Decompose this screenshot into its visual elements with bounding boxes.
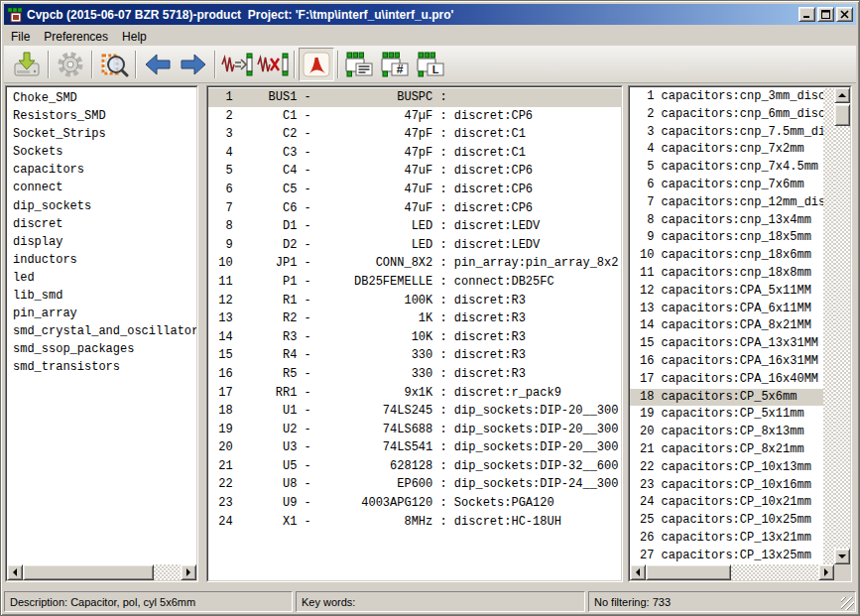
component-row[interactable]: 20 U3 - 74LS541 : dip_sockets:DIP-20__30… bbox=[208, 438, 621, 457]
component-row[interactable]: 14 R3 - 10K : discret:R3 bbox=[208, 328, 621, 347]
library-item[interactable]: lib_smd bbox=[7, 287, 196, 305]
component-row[interactable]: 18 U1 - 74LS245 : dip_sockets:DIP-20__30… bbox=[208, 402, 621, 421]
next-component-button[interactable] bbox=[176, 48, 211, 81]
menu-help[interactable]: Help bbox=[115, 28, 154, 46]
filter-keywords-button[interactable] bbox=[342, 48, 378, 81]
footprint-row[interactable]: 26 capacitors:CP_13x21mm bbox=[630, 530, 823, 548]
component-row[interactable]: 17 RR1 - 9x1K : discret:r_pack9 bbox=[208, 384, 621, 403]
toolbar-separator bbox=[48, 51, 50, 78]
scrollbar-thumb[interactable] bbox=[834, 104, 850, 126]
footprint-row[interactable]: 25 capacitors:CP_10x25mm bbox=[630, 512, 823, 530]
component-row[interactable]: 21 U5 - 628128 : dip_sockets:DIP-32__600 bbox=[208, 457, 621, 476]
component-row[interactable]: 12 R1 - 100K : discret:R3 bbox=[208, 292, 621, 310]
library-item[interactable]: dip_sockets bbox=[7, 197, 196, 215]
component-row[interactable]: 2 C1 - 47µF : discret:CP6 bbox=[208, 107, 621, 126]
previous-component-button[interactable] bbox=[140, 48, 176, 81]
footprint-row[interactable]: 21 capacitors:CP_8x21mm bbox=[630, 441, 823, 459]
footprint-row[interactable]: 10 capacitors:cnp_18x6mm bbox=[630, 247, 823, 265]
filter-pincount-button[interactable]: # bbox=[378, 48, 414, 81]
component-row[interactable]: 16 R5 - 330 : discret:R3 bbox=[208, 365, 621, 384]
scrollbar-thumb[interactable] bbox=[23, 564, 154, 580]
library-item[interactable]: smd_transistors bbox=[7, 358, 196, 376]
footprint-row[interactable]: 18 capacitors:CP_5x6mm bbox=[630, 389, 823, 407]
library-item[interactable]: Sockets bbox=[7, 143, 196, 161]
scrollbar-thumb[interactable] bbox=[646, 564, 731, 580]
component-row[interactable]: 22 U8 - EP600 : dip_sockets:DIP-24__300 bbox=[208, 475, 621, 494]
scroll-right-button[interactable] bbox=[818, 564, 834, 580]
footprint-row[interactable]: 12 capacitors:CPA_5x11MM bbox=[630, 283, 823, 301]
footprint-row[interactable]: 9 capacitors:cnp_18x5mm bbox=[630, 229, 823, 247]
component-row[interactable]: 23 U9 - 4003APG120 : Sockets:PGA120 bbox=[208, 494, 621, 513]
footprint-row[interactable]: 5 capacitors:cnp_7x4.5mm bbox=[630, 159, 823, 177]
scrollbar-track[interactable] bbox=[731, 564, 818, 580]
footprint-row[interactable]: 22 capacitors:CP_10x13mm bbox=[630, 459, 823, 477]
scrollbar-track[interactable] bbox=[154, 564, 181, 580]
component-row[interactable]: 5 C4 - 47uF : discret:CP6 bbox=[208, 162, 621, 181]
library-item[interactable]: Socket_Strips bbox=[7, 125, 196, 143]
library-item[interactable]: inductors bbox=[7, 251, 196, 269]
footprint-row[interactable]: 27 capacitors:CP_13x25mm bbox=[630, 548, 823, 564]
footprint-row[interactable]: 16 capacitors:CPA_16x31MM bbox=[630, 353, 823, 371]
scroll-down-button[interactable] bbox=[834, 549, 850, 564]
library-hscrollbar bbox=[7, 564, 196, 580]
library-item[interactable]: display bbox=[7, 233, 196, 251]
footprint-row[interactable]: 24 capacitors:CP_10x21mm bbox=[630, 494, 823, 512]
config-button[interactable] bbox=[53, 48, 88, 81]
pdf-docs-button[interactable] bbox=[299, 48, 334, 81]
footprint-row[interactable]: 11 capacitors:cnp_18x8mm bbox=[630, 265, 823, 283]
scroll-up-button[interactable] bbox=[834, 87, 850, 103]
footprint-row[interactable]: 7 capacitors:cnp_12mm_disc bbox=[630, 194, 823, 212]
footprint-row[interactable]: 4 capacitors:cnp_7x2mm bbox=[630, 141, 823, 159]
library-item[interactable]: Choke_SMD bbox=[7, 89, 196, 107]
save-button[interactable] bbox=[9, 48, 45, 81]
minimize-button[interactable] bbox=[799, 7, 815, 22]
delete-associations-button[interactable] bbox=[255, 48, 291, 81]
footprint-row[interactable]: 14 capacitors:CPA_8x21MM bbox=[630, 317, 823, 335]
library-item[interactable]: led bbox=[7, 269, 196, 287]
library-item[interactable]: connect bbox=[7, 179, 196, 196]
footprint-row[interactable]: 15 capacitors:CPA_13x31MM bbox=[630, 335, 823, 353]
component-row[interactable]: 3 C2 - 47pF : discret:C1 bbox=[208, 125, 621, 144]
component-row[interactable]: 15 R4 - 330 : discret:R3 bbox=[208, 346, 621, 365]
component-row[interactable]: 1 BUS1 - BUSPC : bbox=[208, 88, 621, 107]
footprint-row[interactable]: 1 capacitors:cnp_3mm_disc bbox=[630, 88, 823, 106]
resize-grip[interactable] bbox=[841, 597, 854, 610]
component-row[interactable]: 7 C6 - 47uF : discret:CP6 bbox=[208, 199, 621, 218]
component-row[interactable]: 19 U2 - 74LS688 : dip_sockets:DIP-20__30… bbox=[208, 421, 621, 439]
footprint-row[interactable]: 20 capacitors:CP_8x13mm bbox=[630, 424, 823, 441]
component-row[interactable]: 8 D1 - LED : discret:LEDV bbox=[208, 217, 621, 236]
library-item[interactable]: pin_array bbox=[7, 305, 196, 322]
library-item[interactable]: discret bbox=[7, 215, 196, 233]
maximize-button[interactable] bbox=[817, 7, 834, 22]
footprint-row[interactable]: 13 capacitors:CPA_6x11MM bbox=[630, 301, 823, 318]
footprint-row[interactable]: 23 capacitors:CP_10x16mm bbox=[630, 477, 823, 495]
component-row[interactable]: 24 X1 - 8MHz : discret:HC-18UH bbox=[208, 513, 621, 532]
component-row[interactable]: 4 C3 - 47pF : discret:C1 bbox=[208, 144, 621, 163]
library-item[interactable]: Resistors_SMD bbox=[7, 107, 196, 125]
titlebar[interactable]: Cvpcb (2015-06-07 BZR 5718)-product Proj… bbox=[4, 4, 856, 25]
scrollbar-track[interactable] bbox=[834, 126, 850, 549]
view-footprint-button[interactable] bbox=[96, 48, 132, 81]
scroll-left-button[interactable] bbox=[7, 564, 23, 580]
menu-preferences[interactable]: Preferences bbox=[37, 28, 115, 46]
component-row[interactable]: 6 C5 - 47uF : discret:CP6 bbox=[208, 181, 621, 199]
footprint-row[interactable]: 19 capacitors:CP_5x11mm bbox=[630, 406, 823, 424]
footprint-row[interactable]: 8 capacitors:cnp_13x4mm bbox=[630, 212, 823, 230]
library-item[interactable]: capacitors bbox=[7, 161, 196, 179]
library-item[interactable]: smd_crystal_and_oscillator bbox=[7, 322, 196, 340]
component-row[interactable]: 13 R2 - 1K : discret:R3 bbox=[208, 309, 621, 328]
auto-associate-button[interactable] bbox=[219, 48, 255, 81]
footprint-row[interactable]: 17 capacitors:CPA_16x40MM bbox=[630, 371, 823, 389]
filter-library-button[interactable]: L bbox=[414, 48, 449, 81]
component-row[interactable]: 11 P1 - DB25FEMELLE : connect:DB25FC bbox=[208, 273, 621, 292]
component-row[interactable]: 9 D2 - LED : discret:LEDV bbox=[208, 236, 621, 255]
close-button[interactable] bbox=[836, 7, 853, 22]
scroll-left-button[interactable] bbox=[630, 564, 646, 580]
footprint-row[interactable]: 2 capacitors:cnp_6mm_disc bbox=[630, 106, 823, 124]
menu-file[interactable]: File bbox=[4, 28, 37, 46]
footprint-row[interactable]: 6 capacitors:cnp_7x6mm bbox=[630, 177, 823, 194]
library-item[interactable]: smd_ssop_packages bbox=[7, 340, 196, 358]
scroll-right-button[interactable] bbox=[181, 564, 196, 580]
footprint-row[interactable]: 3 capacitors:cnp_7.5mm_disc bbox=[630, 124, 823, 142]
component-row[interactable]: 10 JP1 - CONN_8X2 : pin_array:pin_array_… bbox=[208, 254, 621, 273]
